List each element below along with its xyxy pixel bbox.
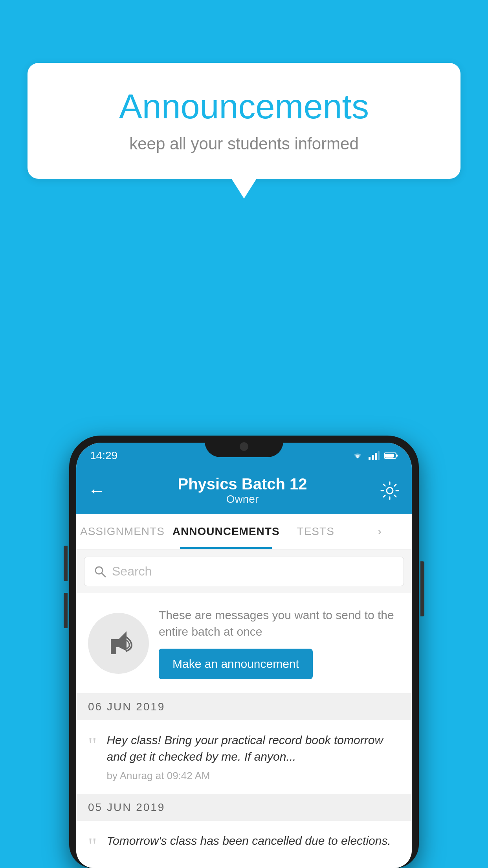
promo-content: These are messages you want to send to t…	[159, 607, 400, 679]
phone-screen: 14:29	[76, 443, 412, 868]
header-center: Physics Batch 12 Owner	[178, 475, 307, 506]
svg-rect-6	[385, 454, 394, 458]
phone-frame: 14:29	[69, 436, 419, 868]
app-header: ← Physics Batch 12 Owner	[76, 468, 412, 514]
svg-line-8	[102, 573, 105, 577]
phone-wrapper: 14:29	[69, 436, 419, 868]
tabs-container: ASSIGNMENTS ANNOUNCEMENTS TESTS ›	[76, 514, 412, 550]
svg-rect-5	[396, 454, 398, 457]
search-container: Search	[76, 550, 412, 593]
quote-icon-2: "	[88, 835, 97, 856]
side-button-power	[420, 561, 424, 616]
svg-rect-0	[369, 457, 371, 460]
speech-bubble-container: Announcements keep all your students inf…	[28, 63, 460, 179]
svg-rect-1	[372, 455, 374, 460]
search-bar[interactable]: Search	[84, 557, 404, 586]
megaphone-icon	[101, 625, 136, 661]
announcement-content-1: Hey class! Bring your practical record b…	[106, 732, 400, 782]
quote-icon-1: "	[88, 734, 97, 756]
bubble-subtitle: keep all your students informed	[51, 134, 437, 153]
batch-title: Physics Batch 12	[178, 475, 307, 493]
phone-notch	[205, 436, 283, 457]
date-separator-2: 05 JUN 2019	[76, 794, 412, 821]
announcement-message-1: Hey class! Bring your practical record b…	[106, 732, 400, 765]
search-icon	[94, 566, 106, 577]
speech-bubble: Announcements keep all your students inf…	[28, 63, 460, 179]
promo-section: These are messages you want to send to t…	[76, 593, 412, 693]
promo-icon-circle	[88, 613, 149, 674]
announcement-message-2: Tomorrow's class has been cancelled due …	[106, 833, 400, 849]
settings-icon[interactable]	[380, 480, 400, 501]
back-button[interactable]: ←	[88, 481, 105, 500]
front-camera	[240, 442, 248, 451]
status-time: 14:29	[90, 449, 117, 462]
svg-rect-3	[378, 451, 380, 460]
signal-icon	[369, 451, 380, 460]
bubble-title: Announcements	[51, 86, 437, 127]
side-button-vol-down	[64, 593, 68, 628]
status-icons	[351, 451, 398, 460]
side-button-vol-up	[64, 546, 68, 581]
battery-icon	[384, 452, 398, 459]
tab-more[interactable]: ›	[348, 514, 412, 549]
date-separator-1: 06 JUN 2019	[76, 693, 412, 720]
make-announcement-button[interactable]: Make an announcement	[159, 649, 313, 679]
search-placeholder: Search	[112, 564, 152, 579]
tab-assignments[interactable]: ASSIGNMENTS	[76, 514, 169, 549]
svg-rect-2	[375, 453, 377, 460]
owner-label: Owner	[178, 493, 307, 506]
announcement-meta-1: by Anurag at 09:42 AM	[106, 770, 400, 782]
announcement-item-1[interactable]: " Hey class! Bring your practical record…	[76, 720, 412, 794]
tab-announcements[interactable]: ANNOUNCEMENTS	[169, 514, 284, 549]
announcement-item-2[interactable]: " Tomorrow's class has been cancelled du…	[76, 821, 412, 868]
wifi-icon	[351, 451, 364, 460]
tab-tests[interactable]: TESTS	[284, 514, 348, 549]
announcement-content-2: Tomorrow's class has been cancelled due …	[106, 833, 400, 854]
svg-rect-9	[111, 647, 116, 654]
promo-text: These are messages you want to send to t…	[159, 607, 400, 640]
